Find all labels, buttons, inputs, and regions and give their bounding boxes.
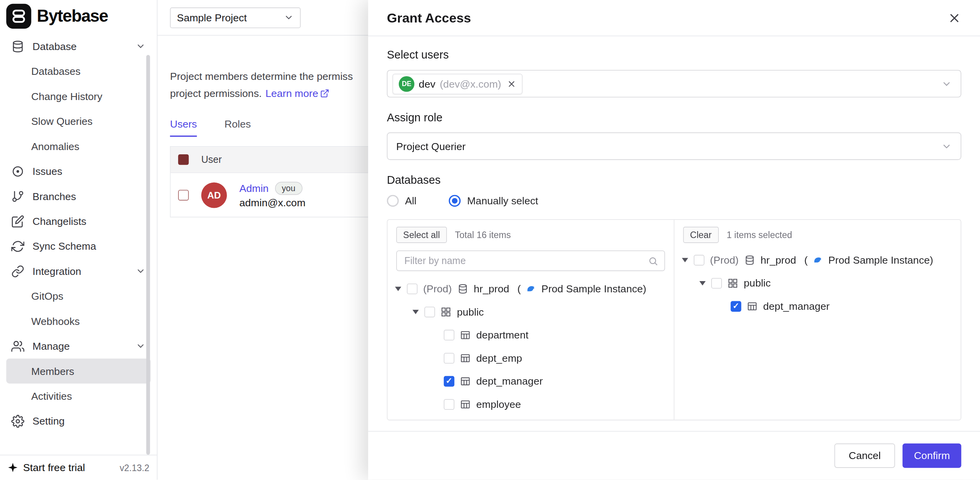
source-tree: (Prod) hr_prod ( Prod Sample Instance)	[388, 275, 674, 416]
sync-icon	[11, 240, 24, 253]
assign-role-value: Project Querier	[396, 140, 466, 152]
filter-input[interactable]	[403, 254, 643, 267]
instance-engine-icon	[526, 284, 536, 294]
tree-row-schema: public	[674, 272, 961, 295]
tree-checkbox[interactable]	[444, 399, 454, 409]
chevron-down-icon	[136, 341, 146, 351]
table-icon	[460, 399, 471, 409]
tree-expand-caret[interactable]	[682, 258, 688, 262]
external-link-icon	[320, 89, 329, 98]
user-chip: DE dev (dev@x.com)	[393, 73, 523, 94]
sidebar-item-members[interactable]: Members	[6, 359, 151, 383]
tree-expand-caret[interactable]	[700, 281, 706, 285]
sidebar-item-manage[interactable]: Manage	[6, 333, 151, 358]
clear-button[interactable]: Clear	[683, 227, 719, 243]
sidebar-scrollbar[interactable]	[146, 55, 150, 455]
tree-checkbox[interactable]	[407, 283, 417, 294]
select-all-checkbox[interactable]	[178, 154, 189, 165]
tree-checkbox[interactable]	[731, 301, 741, 312]
modal-title: Grant Access	[387, 10, 471, 26]
users-icon	[11, 340, 24, 353]
you-badge: you	[275, 181, 302, 195]
database-name: hr_prod	[760, 254, 796, 266]
sidebar-item-label: Setting	[33, 415, 65, 427]
start-free-trial-button[interactable]: Start free trial	[7, 462, 85, 474]
sidebar-item-change-history[interactable]: Change History	[6, 84, 151, 109]
brand[interactable]: Bytebase	[0, 0, 157, 33]
assign-role-select[interactable]: Project Querier	[387, 133, 961, 160]
sidebar-item-label: Database	[33, 40, 77, 52]
tree-checkbox[interactable]	[444, 353, 454, 363]
tree-expand-caret[interactable]	[412, 310, 419, 314]
tree-row-table: department	[388, 323, 674, 347]
user-chip-name: dev	[419, 78, 435, 90]
source-pane: Select all Total 16 items (Prod)	[388, 220, 674, 420]
sidebar-item-branches[interactable]: Branches	[6, 184, 151, 209]
tree-checkbox[interactable]	[444, 330, 454, 340]
database-icon	[744, 255, 755, 265]
issues-icon	[11, 164, 24, 178]
sidebar-item-sync-schema[interactable]: Sync Schema	[6, 234, 151, 259]
search-icon	[648, 256, 658, 266]
tree-row-table: dept_manager	[674, 295, 961, 318]
tab-roles[interactable]: Roles	[225, 118, 251, 136]
chevron-down-icon	[941, 141, 952, 151]
tree-checkbox[interactable]	[424, 307, 435, 317]
sidebar-item-activities[interactable]: Activities	[6, 383, 151, 408]
column-header-user: User	[201, 154, 222, 165]
avatar: DE	[399, 76, 414, 92]
row-checkbox[interactable]	[178, 190, 189, 200]
database-scope-options: All Manually select	[387, 195, 961, 207]
schema-name: public	[457, 306, 484, 318]
sidebar-item-integration[interactable]: Integration	[6, 259, 151, 283]
tree-expand-caret[interactable]	[395, 287, 401, 291]
confirm-button[interactable]: Confirm	[903, 444, 961, 468]
close-icon[interactable]	[947, 11, 961, 24]
project-selector[interactable]: Sample Project	[170, 7, 301, 28]
table-icon	[747, 301, 757, 312]
tree-checkbox[interactable]	[444, 376, 454, 387]
scope-manually-select-radio[interactable]: Manually select	[449, 195, 538, 207]
remove-user-icon[interactable]	[507, 79, 516, 88]
database-icon	[457, 283, 468, 294]
table-name: dept_manager	[476, 375, 543, 387]
changelist-icon	[11, 214, 24, 228]
select-users-label: Select users	[387, 49, 961, 62]
tree-row-database: (Prod) hr_prod ( Prod Sample Instance)	[674, 249, 961, 272]
tree-row-table: dept_emp	[388, 347, 674, 370]
select-all-button[interactable]: Select all	[396, 227, 447, 243]
sidebar-item-label: Branches	[33, 190, 76, 202]
sidebar-item-changelists[interactable]: Changelists	[6, 209, 151, 233]
sidebar-item-issues[interactable]: Issues	[6, 159, 151, 183]
databases-label: Databases	[387, 174, 961, 187]
environment-label: (Prod)	[423, 283, 452, 295]
schema-icon	[727, 278, 738, 288]
project-selector-value: Sample Project	[177, 12, 247, 24]
sidebar-item-gitops[interactable]: GitOps	[6, 283, 151, 308]
scope-all-radio[interactable]: All	[387, 195, 416, 207]
integration-icon	[11, 264, 24, 278]
sidebar-item-webhooks[interactable]: Webhooks	[6, 309, 151, 333]
database-name: hr_prod	[474, 283, 509, 295]
sidebar-item-databases[interactable]: Databases	[6, 59, 151, 83]
tree-row-schema: public	[388, 300, 674, 324]
total-items-label: Total 16 items	[455, 230, 511, 240]
schema-icon	[441, 307, 451, 317]
tab-users[interactable]: Users	[170, 118, 197, 136]
learn-more-link[interactable]: Learn more	[265, 85, 329, 102]
scope-all-label: All	[405, 195, 417, 207]
sidebar: Bytebase Database Databases Change Histo…	[0, 0, 158, 480]
sidebar-item-setting[interactable]: Setting	[6, 409, 151, 433]
sidebar-item-slow-queries[interactable]: Slow Queries	[6, 109, 151, 133]
tree-checkbox[interactable]	[711, 278, 722, 288]
cancel-button[interactable]: Cancel	[834, 444, 895, 468]
instance-name: Prod Sample Instance)	[541, 283, 646, 295]
modal-header: Grant Access	[368, 0, 980, 36]
member-name-link[interactable]: Admin	[239, 182, 268, 194]
sidebar-item-database[interactable]: Database	[6, 34, 151, 59]
environment-label: (Prod)	[710, 254, 739, 266]
tree-checkbox[interactable]	[694, 255, 704, 265]
sidebar-item-anomalies[interactable]: Anomalies	[6, 134, 151, 159]
chevron-down-icon	[284, 12, 294, 22]
select-users-input[interactable]: DE dev (dev@x.com)	[387, 70, 961, 97]
